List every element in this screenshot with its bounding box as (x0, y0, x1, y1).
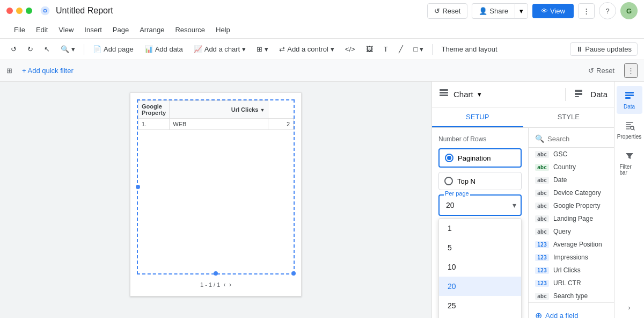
menu-page[interactable]: Page (107, 24, 134, 36)
chart-panel: Chart ▾ Data SETUP STYLE (431, 82, 614, 318)
badge-4: abc (535, 203, 549, 209)
menu-file[interactable]: File (9, 24, 31, 36)
add-filter-button[interactable]: + Add quick filter (17, 64, 79, 77)
grid-icon: ⊞ (257, 45, 262, 53)
redo-button[interactable]: ↻ (23, 43, 38, 55)
search-icon: 🔍 (535, 134, 544, 143)
svg-rect-9 (625, 95, 634, 96)
data-item-8[interactable]: 123 Impressions (529, 251, 614, 264)
data-item-0[interactable]: abc GSC (529, 148, 614, 161)
badge-7: 123 (535, 241, 549, 248)
menu-insert[interactable]: Insert (79, 24, 107, 36)
avatar: G (620, 2, 638, 19)
add-control-button[interactable]: ⇄ Add a control ▾ (275, 43, 339, 55)
table-widget[interactable]: Google Property Url Clicks ▼ 1. WEB (137, 99, 295, 274)
share-button[interactable]: 👤 Share (472, 3, 515, 19)
reset-button[interactable]: ↺ Reset (427, 3, 467, 19)
menu-resource[interactable]: Resource (170, 24, 210, 36)
menu-view[interactable]: View (53, 24, 79, 36)
data-item-6[interactable]: abc Query (529, 225, 614, 238)
maximize-button[interactable] (26, 8, 32, 14)
shape-icon: □ (414, 45, 418, 53)
data-item-label-0: GSC (553, 150, 567, 158)
badge-5: abc (535, 215, 549, 222)
resize-handle-left[interactable] (136, 185, 140, 189)
data-item-label-8: Impressions (553, 254, 588, 261)
tab-setup[interactable]: SETUP (432, 107, 523, 127)
share-icon: 👤 (479, 7, 487, 15)
prev-page-button[interactable]: ‹ (223, 280, 225, 288)
option-10[interactable]: 10 (439, 257, 521, 277)
close-button[interactable] (6, 8, 13, 14)
add-field-button[interactable]: ⊕ Add a field (535, 307, 578, 318)
option-1[interactable]: 1 (439, 219, 521, 238)
add-chart-icon: 📈 (194, 45, 202, 53)
option-50[interactable]: 50 (439, 315, 521, 318)
cell-google-property: WEB (170, 119, 268, 130)
expand-panel-button[interactable]: › (626, 301, 632, 314)
per-page-select[interactable]: 20 (438, 194, 522, 216)
data-item-4[interactable]: abc Google Property (529, 199, 614, 212)
select-tool-button[interactable]: ↖ (40, 43, 54, 55)
side-icon-filter-bar[interactable]: Filter bar (617, 146, 642, 180)
data-item-3[interactable]: abc Device Category (529, 186, 614, 199)
tab-style[interactable]: STYLE (523, 107, 614, 127)
code-button[interactable]: </> (341, 43, 360, 55)
zoom-icon: 🔍 (61, 45, 69, 53)
image-button[interactable]: 🖼 (362, 43, 377, 55)
option-20[interactable]: 20 (439, 277, 521, 296)
title-bar-actions: ↺ Reset 👤 Share ▾ 👁 View ⋮ ? G (427, 2, 638, 19)
zoom-button[interactable]: 🔍 ▾ (56, 43, 79, 55)
add-data-button[interactable]: 📊 Add data (140, 43, 187, 55)
add-chart-button[interactable]: 📈 Add a chart ▾ (189, 43, 251, 55)
next-page-button[interactable]: › (229, 280, 231, 288)
filter-reset-button[interactable]: ↺ Reset (583, 64, 620, 77)
side-icon-properties[interactable]: Properties (617, 116, 642, 144)
menu-edit[interactable]: Edit (31, 24, 53, 36)
add-page-button[interactable]: 📄 Add page (89, 43, 138, 55)
window-controls (6, 8, 32, 14)
svg-rect-7 (575, 96, 579, 97)
cursor-icon: ↖ (44, 45, 50, 53)
resize-handle-corner[interactable] (291, 271, 296, 276)
option-5[interactable]: 5 (439, 238, 521, 257)
badge-3: abc (535, 190, 549, 197)
toolbar: ↺ ↻ ↖ 🔍 ▾ 📄 Add page 📊 Add data 📈 Add a … (0, 39, 644, 60)
badge-11: abc (535, 293, 549, 300)
resize-handle-bottom[interactable] (214, 271, 218, 276)
data-side-label: Data (624, 104, 635, 110)
menu-help[interactable]: Help (210, 24, 236, 36)
data-panel-actions: ⊕ Add a field ⊕ Add a parameter ⊕ Add Da… (529, 302, 614, 318)
filter-more-button[interactable]: ⋮ (624, 63, 638, 78)
option-25[interactable]: 25 (439, 296, 521, 315)
help-button[interactable]: ? (599, 2, 616, 19)
share-dropdown-button[interactable]: ▾ (515, 3, 528, 19)
pause-updates-button[interactable]: ⏸ Pause updates (570, 42, 638, 56)
filter-icon[interactable]: ⊞ (6, 67, 12, 75)
side-icon-data[interactable]: Data (617, 86, 642, 114)
more-options-button[interactable]: ⋮ (578, 3, 595, 19)
data-search-input[interactable] (547, 135, 608, 143)
data-item-9[interactable]: 123 Url Clicks (529, 264, 614, 277)
theme-button[interactable]: Theme and layout (437, 43, 501, 55)
pagination-option[interactable]: Pagination (438, 148, 522, 168)
data-item-11[interactable]: abc Search type (529, 290, 614, 302)
view-button[interactable]: 👁 View (532, 4, 574, 18)
data-item-2[interactable]: abc Date (529, 174, 614, 186)
svg-rect-6 (575, 93, 582, 95)
data-item-10[interactable]: 123 URL CTR (529, 277, 614, 290)
text-button[interactable]: T (379, 43, 392, 55)
undo-button[interactable]: ↺ (6, 43, 21, 55)
data-item-7[interactable]: 123 Average Position (529, 238, 614, 251)
data-item-label-4: Google Property (553, 202, 600, 209)
top-n-option[interactable]: Top N (438, 172, 522, 190)
add-control-button-grid[interactable]: ⊞ ▾ (252, 43, 273, 55)
menu-arrange[interactable]: Arrange (134, 24, 170, 36)
filter-reset-icon: ↺ (588, 67, 594, 75)
chart-type-dropdown-button[interactable]: ▾ (478, 90, 481, 98)
minimize-button[interactable] (16, 8, 23, 14)
data-item-5[interactable]: abc Landing Page (529, 212, 614, 225)
line-button[interactable]: ╱ (394, 43, 407, 55)
data-item-1[interactable]: abc Country (529, 161, 614, 174)
shape-button[interactable]: □ ▾ (409, 43, 428, 55)
